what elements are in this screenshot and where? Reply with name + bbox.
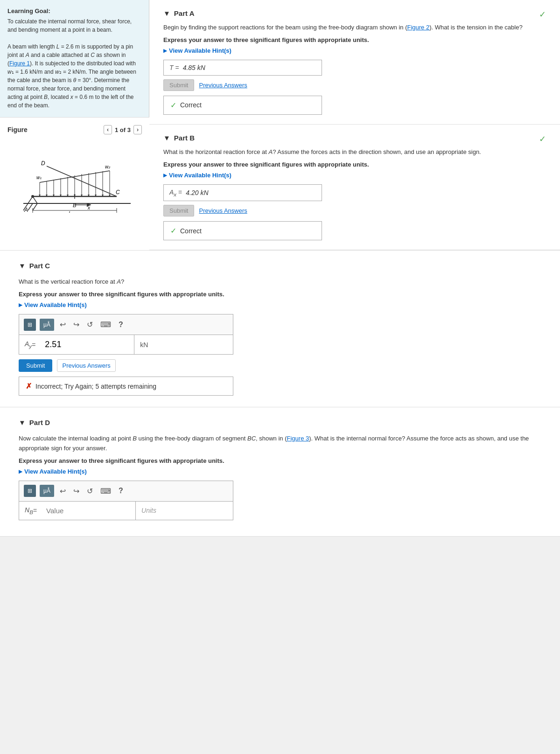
part-b-express: Express your answer to three significant… xyxy=(163,161,546,168)
part-c-x-icon: ✗ xyxy=(26,382,32,391)
part-c-unit-btn[interactable]: μÅ xyxy=(40,319,54,331)
part-c-prev-answers-btn[interactable]: Previous Answers xyxy=(57,359,115,372)
part-d-redo-btn[interactable]: ↪ xyxy=(71,485,81,497)
figure1-link[interactable]: Figure 1 xyxy=(9,60,30,67)
svg-text:x: x xyxy=(87,205,91,210)
figure-prev-btn[interactable]: ‹ xyxy=(104,125,112,134)
part-b-check-icon: ✓ xyxy=(170,226,176,235)
part-a-correct-box: ✓ Correct xyxy=(163,96,322,115)
part-a-checkmark: ✓ xyxy=(539,9,546,20)
part-c-unit-display: kN xyxy=(134,335,154,354)
figure-diagram: A B x C D xyxy=(14,138,135,213)
part-c-collapse-arrow[interactable]: ▼ xyxy=(19,262,26,270)
part-a-hints[interactable]: View Available Hint(s) xyxy=(163,47,546,54)
part-b-hints[interactable]: View Available Hint(s) xyxy=(163,172,546,179)
part-d-input-label: NB = xyxy=(19,502,42,520)
part-c-undo-btn[interactable]: ↩ xyxy=(58,318,68,331)
part-b-prev-answers[interactable]: Previous Answers xyxy=(199,207,247,214)
part-d-input-row: NB = Units xyxy=(19,501,233,520)
svg-text:C: C xyxy=(116,189,120,195)
part-a-answer-label: T = xyxy=(169,64,179,71)
part-b-answer-label: Ax = xyxy=(169,188,182,197)
part-c-keyboard-btn[interactable]: ⌨ xyxy=(98,318,113,331)
part-c-incorrect-text: Incorrect; Try Again; 5 attempts remaini… xyxy=(35,383,156,390)
part-d-keyboard-btn[interactable]: ⌨ xyxy=(98,485,113,497)
part-d-express: Express your answer to three significant… xyxy=(19,457,541,464)
part-d-toolbar: ⊞ μÅ ↩ ↪ ↺ ⌨ ? xyxy=(19,481,233,501)
part-c-value-input[interactable] xyxy=(41,335,134,354)
svg-line-3 xyxy=(33,203,37,210)
svg-text:A: A xyxy=(24,207,28,213)
part-b-section: ▼ Part B ✓ What is the horizontal reacti… xyxy=(149,125,560,251)
part-a-answer-value: 4.85 kN xyxy=(183,64,205,71)
part-c-grid-btn[interactable]: ⊞ xyxy=(24,319,36,331)
part-a-question: Begin by finding the support reactions f… xyxy=(163,23,546,33)
part-c-label: Part C xyxy=(29,262,50,270)
part-d-label: Part D xyxy=(29,419,50,426)
part-a-actions: Submit Previous Answers xyxy=(163,79,546,91)
part-a-submit-btn[interactable]: Submit xyxy=(163,79,194,91)
part-c-express: Express your answer to three significant… xyxy=(19,291,541,298)
part-c-refresh-btn[interactable]: ↺ xyxy=(85,318,95,331)
svg-line-2 xyxy=(28,203,33,210)
part-a-section: ▼ Part A ✓ Begin by finding the support … xyxy=(149,0,560,125)
part-b-checkmark: ✓ xyxy=(539,134,546,144)
part-a-express: Express your answer to three significant… xyxy=(163,36,546,43)
figure-label: Figure xyxy=(7,126,28,133)
svg-text:w₂: w₂ xyxy=(105,164,111,169)
part-c-section: ▼ Part C What is the vertical reaction f… xyxy=(0,251,560,407)
part-b-answer-value: 4.20 kN xyxy=(186,189,208,196)
part-b-correct-box: ✓ Correct xyxy=(163,221,322,240)
svg-text:L: L xyxy=(69,210,71,213)
part-d-section: ▼ Part D Now calculate the internal load… xyxy=(0,407,560,536)
figure-next-btn[interactable]: › xyxy=(133,125,142,134)
part-d-refresh-btn[interactable]: ↺ xyxy=(85,485,95,497)
part-d-collapse-arrow[interactable]: ▼ xyxy=(19,419,26,426)
part-a-answer-box: T = 4.85 kN xyxy=(163,60,322,76)
part-b-submit-btn[interactable]: Submit xyxy=(163,205,194,216)
part-c-submit-btn[interactable]: Submit xyxy=(19,359,52,372)
part-c-help-btn[interactable]: ? xyxy=(117,319,125,331)
part-d-value-input[interactable] xyxy=(42,502,136,520)
part-b-actions: Submit Previous Answers xyxy=(163,205,546,216)
part-d-question: Now calculate the internal loading at po… xyxy=(19,434,541,454)
part-c-input-label: Ay = xyxy=(19,335,41,354)
svg-text:B: B xyxy=(73,202,76,208)
part-c-hints[interactable]: View Available Hint(s) xyxy=(19,301,541,308)
part-c-incorrect-box: ✗ Incorrect; Try Again; 5 attempts remai… xyxy=(19,377,233,396)
part-c-input-row: Ay = kN xyxy=(19,335,233,355)
part-a-correct-text: Correct xyxy=(180,101,202,109)
part-d-unit-display: Units xyxy=(136,502,162,520)
part-a-label: Part A xyxy=(174,9,195,17)
part-b-correct-text: Correct xyxy=(180,227,202,235)
part-b-question: What is the horizontal reaction force at… xyxy=(163,147,546,157)
part-b-label: Part B xyxy=(174,134,195,142)
learning-goal-title: Learning Goal: xyxy=(7,7,141,14)
figure-nav-count: 1 of 3 xyxy=(115,126,131,133)
part-c-toolbar: ⊞ μÅ ↩ ↪ ↺ ⌨ ? xyxy=(19,314,233,335)
part-d-unit-btn[interactable]: μÅ xyxy=(40,485,54,497)
svg-text:D: D xyxy=(41,160,45,167)
part-a-collapse-arrow[interactable]: ▼ xyxy=(163,9,170,17)
part-d-hints[interactable]: View Available Hint(s) xyxy=(19,468,541,475)
part-a-figure-link[interactable]: Figure 2 xyxy=(407,24,429,31)
part-c-question: What is the vertical reaction force at A… xyxy=(19,277,541,287)
part-a-prev-answers[interactable]: Previous Answers xyxy=(199,82,247,89)
part-d-grid-btn[interactable]: ⊞ xyxy=(24,485,36,497)
part-b-collapse-arrow[interactable]: ▼ xyxy=(163,134,170,142)
svg-text:w₁: w₁ xyxy=(36,175,42,180)
part-d-undo-btn[interactable]: ↩ xyxy=(58,485,68,497)
part-d-figure-link[interactable]: Figure 3 xyxy=(287,435,309,442)
part-d-help-btn[interactable]: ? xyxy=(117,485,125,497)
part-b-answer-box: Ax = 4.20 kN xyxy=(163,184,322,202)
learning-goal-text: To calculate the internal normal force, … xyxy=(7,17,141,110)
part-a-check-icon: ✓ xyxy=(170,101,176,110)
part-c-redo-btn[interactable]: ↪ xyxy=(71,318,81,331)
